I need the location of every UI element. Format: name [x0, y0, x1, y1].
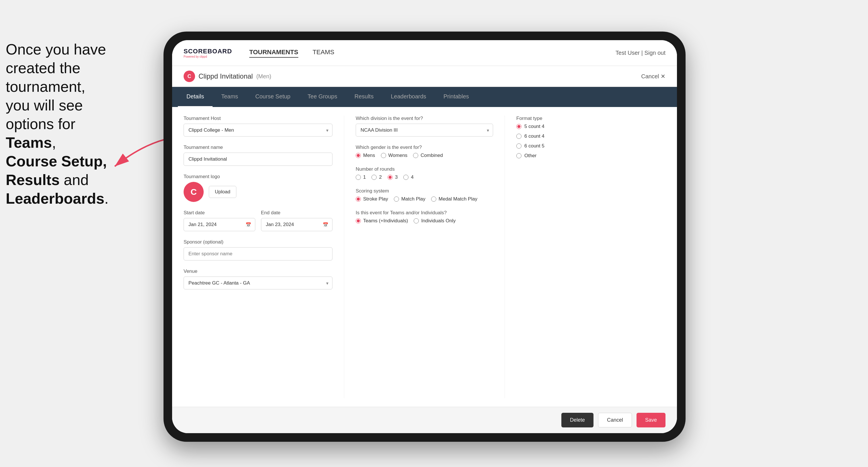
format-6count4-radio[interactable] — [516, 134, 522, 139]
teams-individuals-label: Is this event for Teams and/or Individua… — [356, 210, 493, 216]
start-date-input[interactable] — [184, 218, 255, 231]
top-nav: SCOREBOARD Powered by clippd TOURNAMENTS… — [172, 40, 677, 66]
end-date-wrap — [261, 218, 333, 231]
upload-button[interactable]: Upload — [209, 186, 236, 198]
sponsor-group: Sponsor (optional) — [184, 239, 333, 260]
rounds-4[interactable]: 4 — [403, 175, 413, 180]
sign-out-link[interactable]: Sign out — [645, 50, 665, 56]
main-content: Tournament Host Clippd College - Men Tou… — [172, 107, 677, 433]
intro-period: . — [104, 190, 108, 207]
tournament-title-row: C Clippd Invitational (Men) — [184, 70, 271, 82]
tournament-host-label: Tournament Host — [184, 116, 333, 121]
tournament-name-group: Tournament name — [184, 145, 333, 166]
format-5count4-radio[interactable] — [516, 124, 522, 129]
venue-label: Venue — [184, 269, 333, 274]
rounds-3[interactable]: 3 — [388, 175, 398, 180]
tournament-name-input[interactable] — [184, 153, 333, 166]
nav-tournaments[interactable]: TOURNAMENTS — [249, 49, 298, 58]
scoring-medal[interactable]: Medal Match Play — [431, 196, 477, 202]
user-name: Test User — [616, 50, 640, 56]
scoring-stroke-radio[interactable] — [356, 196, 361, 201]
gender-mens-radio[interactable] — [356, 153, 361, 158]
gender-mens[interactable]: Mens — [356, 153, 375, 158]
format-type-label: Format type — [516, 116, 665, 121]
app-container: SCOREBOARD Powered by clippd TOURNAMENTS… — [172, 40, 677, 433]
option-teams[interactable]: Teams (+Individuals) — [356, 218, 408, 224]
rounds-4-radio[interactable] — [403, 175, 408, 180]
rounds-1-radio[interactable] — [356, 175, 361, 180]
rounds-radio-group: 1 2 3 4 — [356, 175, 493, 180]
tab-tee-groups[interactable]: Tee Groups — [299, 87, 346, 107]
division-select-wrap: NCAA Division III — [356, 124, 493, 136]
start-date-wrap — [184, 218, 255, 231]
logo-area: SCOREBOARD Powered by clippd — [184, 48, 232, 58]
left-column: Tournament Host Clippd College - Men Tou… — [184, 116, 344, 398]
end-date-input[interactable] — [261, 218, 333, 231]
intro-bold1: Teams — [6, 134, 52, 151]
start-date-group: Start date — [184, 210, 255, 231]
end-date-group: End date — [261, 210, 333, 231]
tab-teams[interactable]: Teams — [213, 87, 247, 107]
dates-row: Start date End date — [184, 210, 333, 231]
tab-printables[interactable]: Printables — [435, 87, 477, 107]
format-6count5-radio[interactable] — [516, 144, 522, 149]
logo-row: C Upload — [184, 182, 333, 202]
venue-select-wrap: Peachtree GC - Atlanta - GA — [184, 277, 333, 289]
sponsor-label: Sponsor (optional) — [184, 239, 333, 245]
rounds-3-radio[interactable] — [388, 175, 393, 180]
scoring-stroke[interactable]: Stroke Play — [356, 196, 388, 202]
teams-individuals-radio-group: Teams (+Individuals) Individuals Only — [356, 218, 493, 224]
tablet-device: SCOREBOARD Powered by clippd TOURNAMENTS… — [163, 32, 686, 442]
scoring-medal-radio[interactable] — [431, 196, 436, 201]
cancel-button[interactable]: Cancel — [598, 413, 632, 428]
teams-radio[interactable] — [356, 218, 361, 223]
intro-bold3: Results — [6, 172, 60, 188]
scoring-match-radio[interactable] — [394, 196, 399, 201]
intro-line1: Once you havecreated thetournament,you w… — [6, 41, 106, 132]
division-group: Which division is the event for? NCAA Di… — [356, 116, 493, 136]
tab-bar: Details Teams Course Setup Tee Groups Re… — [172, 87, 677, 107]
format-6count4[interactable]: 6 count 4 — [516, 133, 665, 139]
dates-group: Start date End date — [184, 210, 333, 231]
gender-womens-radio[interactable] — [381, 153, 386, 158]
tournament-logo-label: Tournament logo — [184, 174, 333, 180]
format-other[interactable]: Other — [516, 153, 665, 159]
sponsor-input[interactable] — [184, 247, 333, 260]
rounds-2[interactable]: 2 — [371, 175, 381, 180]
intro-and: and — [60, 172, 89, 188]
tournament-host-select-wrap: Clippd College - Men — [184, 124, 333, 136]
format-6count5[interactable]: 6 count 5 — [516, 143, 665, 149]
rounds-1[interactable]: 1 — [356, 175, 366, 180]
gender-combined[interactable]: Combined — [413, 153, 443, 158]
venue-select[interactable]: Peachtree GC - Atlanta - GA — [184, 277, 333, 289]
format-5count4[interactable]: 5 count 4 — [516, 124, 665, 129]
gender-combined-radio[interactable] — [413, 153, 418, 158]
tab-details[interactable]: Details — [178, 87, 213, 107]
form-area: Tournament Host Clippd College - Men Tou… — [172, 107, 677, 407]
scoring-group: Scoring system Stroke Play Match Play Me… — [356, 188, 493, 202]
tab-leaderboards[interactable]: Leaderboards — [382, 87, 435, 107]
tournament-host-group: Tournament Host Clippd College - Men — [184, 116, 333, 136]
right-column: Format type 5 count 4 6 count 4 6 count … — [505, 116, 665, 398]
option-individuals[interactable]: Individuals Only — [414, 218, 456, 224]
sub-header: C Clippd Invitational (Men) Cancel ✕ — [172, 66, 677, 87]
rounds-2-radio[interactable] — [371, 175, 377, 180]
delete-button[interactable]: Delete — [561, 413, 593, 428]
format-other-radio[interactable] — [516, 153, 522, 158]
nav-links: TOURNAMENTS TEAMS — [249, 49, 616, 58]
scoring-match[interactable]: Match Play — [394, 196, 425, 202]
logo-sub: Powered by clippd — [184, 55, 232, 58]
tournament-name: Clippd Invitational — [198, 72, 253, 80]
division-select[interactable]: NCAA Division III — [356, 124, 493, 136]
tab-course-setup[interactable]: Course Setup — [247, 87, 299, 107]
gender-womens[interactable]: Womens — [381, 153, 408, 158]
gender-label: Which gender is the event for? — [356, 145, 493, 150]
individuals-radio[interactable] — [414, 218, 419, 223]
save-button[interactable]: Save — [637, 413, 665, 428]
tournament-name-label: Tournament name — [184, 145, 333, 150]
tab-results[interactable]: Results — [346, 87, 382, 107]
tournament-host-select[interactable]: Clippd College - Men — [184, 124, 333, 136]
nav-teams[interactable]: TEAMS — [313, 49, 335, 58]
rounds-group: Number of rounds 1 2 3 — [356, 166, 493, 180]
cancel-header-button[interactable]: Cancel ✕ — [641, 73, 665, 80]
